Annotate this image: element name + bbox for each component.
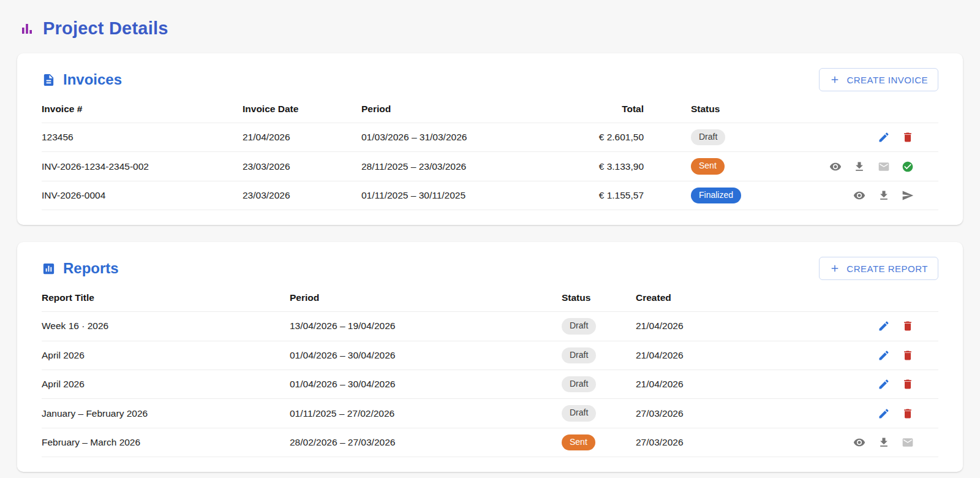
report-title: April 2026 <box>42 370 290 398</box>
create-report-button[interactable]: CREATE REPORT <box>819 257 938 280</box>
report-title: April 2026 <box>42 341 290 370</box>
create-report-label: CREATE REPORT <box>846 264 928 274</box>
col-invoice-date: Invoice Date <box>243 96 361 123</box>
report-row: Week 16 · 2026 13/04/2026 – 19/04/2026 D… <box>42 312 938 341</box>
email-button[interactable] <box>878 161 890 173</box>
download-button[interactable] <box>878 436 890 449</box>
report-created: 21/04/2026 <box>636 370 734 398</box>
bar-chart-icon <box>20 21 34 36</box>
col-status: Status <box>562 285 636 312</box>
trash-icon <box>902 378 914 390</box>
invoices-header-row: Invoice # Invoice Date Period Total Stat… <box>42 96 938 123</box>
status-badge: Draft <box>562 376 596 392</box>
reports-card: Reports CREATE REPORT Report Title Perio… <box>17 242 963 472</box>
invoice-date: 23/03/2026 <box>243 152 361 181</box>
col-report-title: Report Title <box>42 285 290 312</box>
pencil-icon <box>878 320 890 332</box>
reports-card-header: Reports CREATE REPORT <box>42 257 938 280</box>
invoice-total: € 1.155,57 <box>539 181 644 210</box>
trash-icon <box>902 349 914 362</box>
email-button[interactable] <box>902 436 914 449</box>
col-period: Period <box>361 96 539 123</box>
status-badge: Draft <box>562 318 596 334</box>
edit-button[interactable] <box>878 349 890 362</box>
reports-header-row: Report Title Period Status Created <box>42 285 938 312</box>
pencil-icon <box>878 349 890 362</box>
invoice-actions <box>754 152 938 181</box>
plus-icon <box>829 74 840 85</box>
create-invoice-button[interactable]: CREATE INVOICE <box>819 68 938 91</box>
report-row: April 2026 01/04/2026 – 30/04/2026 Draft… <box>42 341 938 370</box>
download-icon <box>878 436 890 449</box>
view-button[interactable] <box>853 436 865 449</box>
col-period: Period <box>290 285 562 312</box>
invoice-period: 28/11/2025 – 23/03/2026 <box>361 152 539 181</box>
create-invoice-label: CREATE INVOICE <box>846 75 928 85</box>
delete-button[interactable] <box>902 320 914 332</box>
status-badge: Sent <box>562 434 595 450</box>
delete-button[interactable] <box>902 378 914 390</box>
report-row: February – March 2026 28/02/2026 – 27/03… <box>42 428 938 457</box>
invoice-number: 123456 <box>42 123 243 152</box>
invoice-period: 01/11/2025 – 30/11/2025 <box>361 181 539 210</box>
edit-button[interactable] <box>878 131 890 143</box>
report-actions <box>734 370 938 398</box>
eye-icon <box>853 189 865 202</box>
status-badge: Finalized <box>691 188 741 203</box>
download-icon <box>878 189 890 202</box>
invoice-row: INV-2026-1234-2345-002 23/03/2026 28/11/… <box>42 152 938 181</box>
paper-plane-icon <box>902 189 914 202</box>
report-actions <box>734 312 938 341</box>
delete-button[interactable] <box>902 131 914 143</box>
edit-button[interactable] <box>878 320 890 332</box>
report-row: January – February 2026 01/11/2025 – 27/… <box>42 399 938 428</box>
eye-icon <box>853 436 865 449</box>
report-period: 01/11/2025 – 27/02/2026 <box>290 399 562 428</box>
envelope-icon <box>878 161 890 173</box>
envelope-icon <box>902 436 914 449</box>
trash-icon <box>902 320 914 332</box>
invoice-date: 23/03/2026 <box>243 181 361 210</box>
check-circle-icon <box>902 161 914 173</box>
delete-button[interactable] <box>902 408 914 420</box>
mark-paid-button[interactable] <box>902 161 914 173</box>
reports-table: Report Title Period Status Created Week … <box>42 285 938 457</box>
download-button[interactable] <box>878 189 890 202</box>
report-period: 01/04/2026 – 30/04/2026 <box>290 341 562 370</box>
report-created: 21/04/2026 <box>636 341 734 370</box>
document-icon <box>42 73 56 87</box>
view-button[interactable] <box>829 161 842 173</box>
invoice-total: € 2.601,50 <box>539 123 644 152</box>
edit-button[interactable] <box>878 378 890 390</box>
download-button[interactable] <box>853 161 865 173</box>
download-icon <box>853 161 865 173</box>
trash-icon <box>902 408 914 420</box>
pencil-icon <box>878 131 890 143</box>
status-badge: Sent <box>691 158 725 174</box>
report-created: 27/03/2026 <box>636 428 734 457</box>
invoice-date: 21/04/2026 <box>243 123 361 152</box>
col-total: Total <box>539 96 644 123</box>
invoices-table: Invoice # Invoice Date Period Total Stat… <box>42 96 938 210</box>
invoice-number: INV-2026-1234-2345-002 <box>42 152 243 181</box>
view-button[interactable] <box>853 189 865 202</box>
page-title: Project Details <box>43 18 168 39</box>
invoices-title: Invoices <box>63 71 122 88</box>
eye-icon <box>829 161 842 173</box>
report-created: 27/03/2026 <box>636 399 734 428</box>
invoice-actions <box>754 181 938 210</box>
invoice-total: € 3.133,90 <box>539 152 644 181</box>
col-invoice-number: Invoice # <box>42 96 243 123</box>
pencil-icon <box>878 378 890 390</box>
edit-button[interactable] <box>878 408 890 420</box>
chart-box-icon <box>42 262 56 276</box>
report-period: 01/04/2026 – 30/04/2026 <box>290 370 562 398</box>
report-title: February – March 2026 <box>42 428 290 457</box>
delete-button[interactable] <box>902 349 914 362</box>
trash-icon <box>902 131 914 143</box>
col-status: Status <box>644 96 754 123</box>
invoices-card: Invoices CREATE INVOICE Invoice # Invoic… <box>17 53 963 225</box>
send-button[interactable] <box>902 189 914 202</box>
page: Project Details Invoices CREATE INVOICE <box>0 0 980 472</box>
report-created: 21/04/2026 <box>636 312 734 341</box>
